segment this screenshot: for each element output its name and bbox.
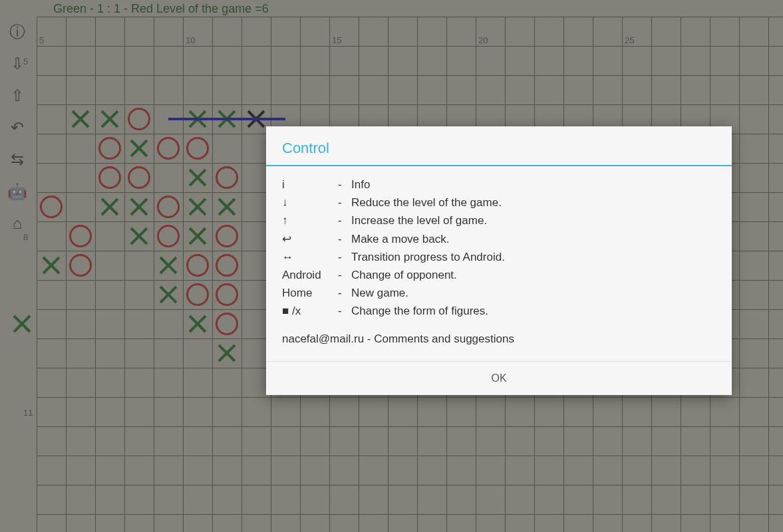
- help-dash: -: [338, 302, 351, 320]
- help-dash: -: [338, 211, 351, 229]
- help-row: ↩-Make a move back.: [282, 230, 716, 248]
- help-description: Change the form of figures.: [351, 302, 716, 320]
- help-dash: -: [338, 230, 351, 248]
- help-key: ■ /x: [282, 302, 338, 320]
- help-description: Change of opponent.: [351, 266, 716, 284]
- help-dash: -: [338, 176, 351, 194]
- help-description: Transition progress to Android.: [351, 248, 716, 266]
- help-dash: -: [338, 266, 351, 284]
- help-description: Increase the level of game.: [351, 211, 716, 229]
- help-description: Make a move back.: [351, 230, 716, 248]
- dialog-body: i-Info↓-Reduce the level of the game.↑-I…: [266, 176, 732, 361]
- help-key: i: [282, 176, 338, 194]
- help-row: ■ /x-Change the form of figures.: [282, 302, 716, 320]
- dialog-divider: [266, 165, 732, 166]
- help-description: Reduce the level of the game.: [351, 194, 716, 211]
- help-dash: -: [338, 284, 351, 302]
- help-key: Android: [282, 266, 338, 284]
- help-key: Home: [282, 284, 338, 302]
- help-row: ↑-Increase the level of game.: [282, 211, 716, 229]
- ok-button[interactable]: OK: [266, 361, 732, 395]
- help-row: Android-Change of opponent.: [282, 266, 716, 284]
- help-key: ↩: [282, 230, 338, 248]
- help-dash: -: [338, 194, 351, 211]
- contact-info: nacefal@mail.ru - Comments and suggestio…: [282, 330, 716, 348]
- help-key: ↔: [282, 248, 338, 266]
- control-dialog: Control i-Info↓-Reduce the level of the …: [266, 126, 732, 395]
- dialog-title: Control: [266, 126, 732, 165]
- help-row: ↔-Transition progress to Android.: [282, 248, 716, 266]
- help-description: Info: [351, 176, 716, 194]
- help-dash: -: [338, 248, 351, 266]
- help-description: New game.: [351, 284, 716, 302]
- help-row: Home-New game.: [282, 284, 716, 302]
- help-row: i-Info: [282, 176, 716, 194]
- help-key: ↓: [282, 194, 338, 211]
- help-row: ↓-Reduce the level of the game.: [282, 194, 716, 211]
- help-key: ↑: [282, 211, 338, 229]
